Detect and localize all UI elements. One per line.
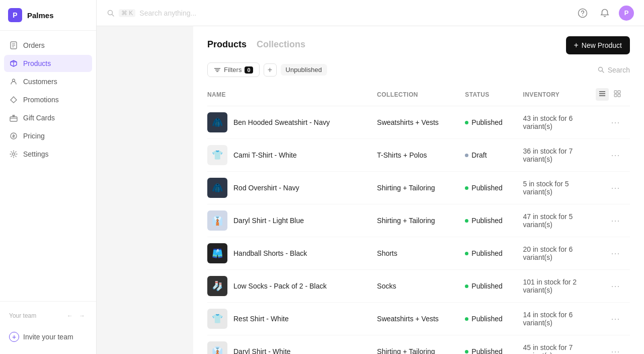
sidebar-item-settings[interactable]: Settings	[4, 146, 92, 163]
view-grid-button[interactable]	[611, 88, 624, 101]
product-collection-cell: Sweatshirts + Vests	[371, 106, 459, 139]
product-actions-cell: ⋯	[590, 204, 630, 237]
table-header: Name Collection Status Inventory	[207, 83, 630, 106]
product-actions-button[interactable]: ⋯	[607, 115, 624, 129]
product-name-cell: 🧦 Low Socks - Pack of 2 - Black	[207, 270, 371, 303]
product-actions-cell: ⋯	[590, 270, 630, 303]
new-product-button[interactable]: + New Product	[566, 36, 630, 54]
tab-products[interactable]: Products	[207, 39, 247, 52]
new-product-label: New Product	[582, 41, 622, 49]
status-dot	[465, 252, 468, 255]
invite-team-button[interactable]: + Invite your team	[4, 328, 92, 346]
invite-team-label: Invite your team	[23, 333, 73, 341]
sidebar-item-pricing[interactable]: Pricing	[4, 127, 92, 145]
invite-icon: +	[9, 332, 19, 342]
status-label: Published	[471, 249, 503, 257]
search-shortcut: ⌘ K	[119, 9, 135, 17]
sidebar-logo[interactable]: P Palmes	[0, 0, 96, 31]
product-name: Daryl Shirt - Light Blue	[233, 217, 304, 225]
filter-left: Filters 0 + Unpublished	[207, 62, 327, 77]
pricing-icon	[9, 131, 18, 140]
product-actions-button[interactable]: ⋯	[607, 181, 624, 195]
product-name: Daryl Shirt - White	[233, 347, 291, 354]
topbar: ⌘ K Search anything... P	[97, 0, 644, 26]
table-row[interactable]: 👕 Cami T-Shirt - White T-Shirts + Polos …	[207, 139, 630, 172]
status-dot	[465, 219, 468, 223]
product-status-cell: Published	[459, 106, 517, 139]
notifications-button[interactable]	[597, 5, 613, 21]
table-row[interactable]: 🩳 Handball Shorts - Black Shorts Publish…	[207, 237, 630, 270]
table-row[interactable]: 🧦 Low Socks - Pack of 2 - Black Socks Pu…	[207, 270, 630, 303]
product-inventory-cell: 43 in stock for 6 variant(s)	[517, 106, 590, 139]
products-icon	[9, 59, 18, 68]
search-bar[interactable]: ⌘ K Search anything...	[107, 9, 569, 17]
status-label: Published	[471, 282, 503, 290]
product-inventory-cell: 36 in stock for 7 variant(s)	[517, 139, 590, 172]
svg-line-12	[112, 14, 114, 16]
sidebar-item-gift-cards-label: Gift Cards	[23, 114, 55, 122]
filters-label: Filters	[224, 66, 242, 74]
filter-tag-unpublished[interactable]: Unpublished	[281, 64, 327, 76]
search-small-icon	[597, 66, 605, 74]
main-content: Products Collections + New Product Filte…	[193, 26, 644, 354]
product-name-cell: 👔 Daryl Shirt - White	[207, 335, 371, 355]
col-collection: Collection	[371, 83, 459, 106]
col-inventory: Inventory	[517, 83, 590, 106]
sidebar-item-customers[interactable]: Customers	[4, 73, 92, 90]
search-right[interactable]: Search	[597, 66, 630, 74]
status-label: Draft	[471, 151, 487, 159]
sidebar-item-orders[interactable]: Orders	[4, 37, 92, 54]
product-actions-cell: ⋯	[590, 106, 630, 139]
avatar[interactable]: P	[619, 6, 634, 21]
product-collection-cell: Shirting + Tailoring	[371, 335, 459, 355]
products-list: 🧥 Ben Hooded Sweatshirt - Navy Sweatshir…	[207, 106, 630, 355]
products-table-container: Name Collection Status Inventory	[193, 83, 644, 354]
product-actions-button[interactable]: ⋯	[607, 246, 624, 260]
orders-icon	[9, 41, 18, 50]
sidebar-item-pricing-label: Pricing	[23, 132, 45, 140]
product-actions-button[interactable]: ⋯	[607, 214, 624, 228]
product-actions-button[interactable]: ⋯	[607, 344, 624, 354]
product-name-cell: 🧥 Ben Hooded Sweatshirt - Navy	[207, 106, 371, 139]
product-actions-button[interactable]: ⋯	[607, 148, 624, 162]
product-status-cell: Published	[459, 303, 517, 335]
products-table: Name Collection Status Inventory	[207, 83, 630, 354]
sidebar-item-gift-cards[interactable]: Gift Cards	[4, 109, 92, 126]
product-status-cell: Published	[459, 204, 517, 237]
customers-icon	[9, 77, 18, 86]
product-collection-cell: Shorts	[371, 237, 459, 270]
product-image: 👔	[207, 341, 227, 354]
product-inventory-cell: 20 in stock for 6 variant(s)	[517, 237, 590, 270]
product-actions-cell: ⋯	[590, 139, 630, 172]
status-label: Published	[471, 184, 503, 192]
product-image: 🧦	[207, 276, 227, 296]
team-next-button[interactable]: →	[77, 311, 87, 321]
filters-count: 0	[245, 66, 253, 74]
product-actions-button[interactable]: ⋯	[607, 279, 624, 293]
sidebar: P Palmes Orders Products Customers	[0, 0, 97, 354]
table-row[interactable]: 👔 Daryl Shirt - White Shirting + Tailori…	[207, 335, 630, 355]
status-dot	[465, 350, 468, 353]
table-row[interactable]: 🧥 Rod Overshirt - Navy Shirting + Tailor…	[207, 172, 630, 204]
filters-button[interactable]: Filters 0	[207, 62, 260, 77]
tab-collections[interactable]: Collections	[257, 39, 305, 52]
logo-icon: P	[8, 8, 22, 22]
team-prev-button[interactable]: ←	[65, 311, 75, 321]
product-actions-button[interactable]: ⋯	[607, 312, 624, 326]
product-status-cell: Published	[459, 237, 517, 270]
sidebar-nav: Orders Products Customers Promotions Gif…	[0, 31, 96, 301]
view-list-button[interactable]	[596, 88, 609, 101]
table-row[interactable]: 👕 Rest Shirt - White Sweatshirts + Vests…	[207, 303, 630, 335]
filter-add-button[interactable]: +	[264, 63, 277, 77]
table-row[interactable]: 👔 Daryl Shirt - Light Blue Shirting + Ta…	[207, 204, 630, 237]
table-row[interactable]: 🧥 Ben Hooded Sweatshirt - Navy Sweatshir…	[207, 106, 630, 139]
sidebar-item-products-label: Products	[23, 59, 51, 67]
help-button[interactable]	[575, 5, 591, 21]
sidebar-item-products[interactable]: Products	[4, 55, 92, 72]
search-placeholder: Search anything...	[139, 9, 196, 17]
content-area: Products Collections + New Product Filte…	[193, 26, 644, 354]
product-name: Cami T-Shirt - White	[233, 151, 297, 159]
team-arrows: ← →	[65, 311, 87, 321]
product-inventory-cell: 14 in stock for 6 variant(s)	[517, 303, 590, 335]
sidebar-item-promotions[interactable]: Promotions	[4, 91, 92, 108]
